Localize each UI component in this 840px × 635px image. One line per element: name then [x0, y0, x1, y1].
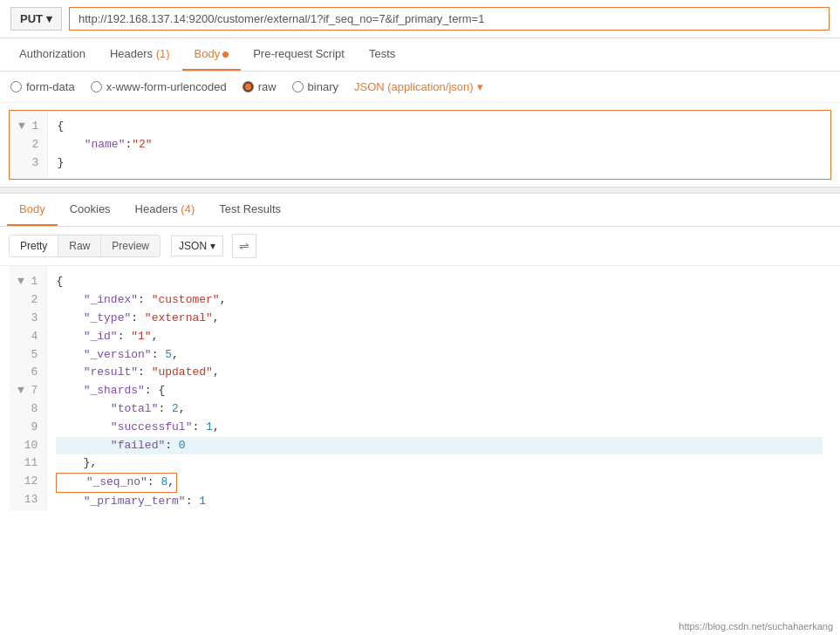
resp-code-line-8: "total": 2,: [56, 400, 823, 419]
resp-line-num-7: ▼ 7: [14, 382, 41, 400]
json-value: "2": [132, 138, 152, 151]
view-btn-pretty[interactable]: Pretty: [10, 236, 58, 256]
req-code-line-2: "name":"2": [57, 136, 822, 154]
boxed-line: "_seq_no": 8,: [56, 473, 177, 493]
resp-num: 5: [165, 348, 172, 361]
resp-code-line-2: "_index": "customer",: [56, 291, 823, 310]
json-type-label: JSON (application/json): [354, 80, 474, 93]
url-input[interactable]: [69, 7, 830, 31]
view-btn-group: PrettyRawPreview: [9, 235, 160, 257]
resp-code-line-10: "failed": 0: [56, 437, 823, 455]
radio-input-form-data[interactable]: [10, 81, 22, 92]
radio-input-x-www-form-urlencoded[interactable]: [91, 81, 102, 92]
resp-code-line-1: {: [56, 273, 823, 291]
resp-line-num-11: 11: [14, 454, 41, 473]
resp-key: "_index": [84, 293, 138, 306]
resp-code-line-6: "result": "updated",: [56, 364, 823, 382]
request-line-numbers: ▼ 123: [10, 111, 48, 179]
tab-authorization[interactable]: Authorization: [7, 38, 98, 71]
resp-line-num-6: 6: [14, 364, 41, 382]
request-tabs: AuthorizationHeaders (1)BodyPre-request …: [0, 38, 840, 72]
resp-line-num-10: 10: [14, 437, 41, 455]
resp-str: "customer": [152, 293, 220, 306]
tab-body[interactable]: Body: [182, 38, 242, 71]
radio-input-raw[interactable]: [242, 81, 254, 92]
resp-key: "failed": [111, 439, 165, 452]
response-tab-test-results[interactable]: Test Results: [207, 194, 293, 226]
resp-key: "_id": [84, 330, 118, 343]
tab-pre-request[interactable]: Pre-request Script: [241, 38, 357, 71]
method-label: PUT: [20, 12, 43, 25]
resp-num: 0: [179, 439, 186, 452]
section-divider: [0, 187, 840, 194]
request-code-editor: ▼ 123 { "name":"2"}: [9, 110, 831, 180]
resp-num: 1: [199, 495, 206, 508]
resp-code-line-4: "_id": "1",: [56, 328, 823, 346]
radio-label-binary: binary: [308, 80, 338, 93]
resp-str: "updated": [152, 365, 213, 379]
resp-key: "total": [111, 402, 159, 415]
resp-num: 1: [206, 420, 213, 434]
resp-num: 8: [160, 475, 167, 488]
resp-line-num-9: 9: [14, 419, 41, 437]
resp-key: "_shards": [84, 384, 145, 397]
json-type-chevron-icon: ▾: [477, 80, 483, 93]
format-select[interactable]: JSON ▾: [171, 236, 223, 256]
tab-tests[interactable]: Tests: [357, 38, 407, 71]
resp-key: "_version": [84, 348, 152, 361]
resp-key: "_type": [84, 311, 132, 324]
radio-label-form-data: form-data: [26, 80, 75, 93]
tab-badge-headers: (1): [153, 47, 170, 60]
radio-binary[interactable]: binary: [292, 80, 338, 93]
req-code-line-3: }: [57, 154, 822, 173]
response-tab-headers[interactable]: Headers (4): [123, 194, 208, 226]
resp-key: "result": [84, 365, 138, 379]
response-tab-body[interactable]: Body: [7, 194, 58, 226]
response-line-numbers: ▼ 123456▼ 7891011121314: [9, 266, 47, 510]
resp-code-line-7: "_shards": {: [56, 382, 823, 400]
response-code-editor: ▼ 123456▼ 7891011121314 { "_index": "cus…: [9, 266, 831, 510]
view-btn-raw[interactable]: Raw: [58, 236, 101, 256]
resp-line-num-13: 13: [14, 491, 41, 509]
resp-key: "_primary_term": [84, 495, 186, 508]
resp-code-line-12: "_seq_no": 8,: [56, 473, 823, 493]
resp-key: "successful": [111, 420, 193, 434]
response-code-content[interactable]: { "_index": "customer", "_type": "extern…: [47, 266, 831, 510]
method-dropdown-icon: ▾: [46, 12, 52, 25]
resp-code-line-5: "_version": 5,: [56, 346, 823, 365]
radio-label-x-www-form-urlencoded: x-www-form-urlencoded: [106, 80, 227, 93]
resp-line-num-3: 3: [14, 310, 41, 328]
tab-headers[interactable]: Headers (1): [98, 38, 182, 71]
format-chevron-icon: ▾: [210, 240, 215, 252]
resp-line-num-5: 5: [14, 346, 41, 365]
tab-dot-body: [222, 51, 229, 58]
response-tabs: BodyCookiesHeaders (4)Test Results: [0, 194, 840, 227]
json-key: "name": [85, 138, 126, 151]
req-code-line-1: {: [57, 118, 822, 136]
url-bar: PUT ▾: [0, 0, 840, 38]
resp-code-line-13: "_primary_term": 1: [56, 493, 823, 510]
req-line-num-3: 3: [15, 154, 42, 173]
resp-line-num-8: 8: [14, 400, 41, 419]
resp-line-num-14: 14: [14, 509, 41, 511]
response-toolbar: PrettyRawPreview JSON ▾ ⇌: [0, 227, 840, 266]
response-tab-cookies[interactable]: Cookies: [58, 194, 123, 226]
radio-x-www-form-urlencoded[interactable]: x-www-form-urlencoded: [91, 80, 227, 93]
body-type-row: form-datax-www-form-urlencodedrawbinaryJ…: [0, 72, 840, 103]
resp-tab-badge-headers: (4): [178, 202, 195, 215]
resp-num: 2: [172, 402, 179, 415]
view-btn-preview[interactable]: Preview: [101, 236, 160, 256]
radio-raw[interactable]: raw: [242, 80, 277, 93]
method-button[interactable]: PUT ▾: [10, 7, 62, 31]
resp-code-line-9: "successful": 1,: [56, 419, 823, 437]
radio-input-binary[interactable]: [292, 81, 304, 92]
request-code-content[interactable]: { "name":"2"}: [48, 111, 830, 179]
resp-code-line-11: },: [56, 454, 823, 473]
req-line-num-1: ▼ 1: [15, 118, 42, 136]
radio-form-data[interactable]: form-data: [10, 80, 75, 93]
json-type-select[interactable]: JSON (application/json) ▾: [354, 80, 483, 93]
resp-str: "external": [145, 311, 213, 324]
wrap-icon[interactable]: ⇌: [232, 234, 256, 258]
radio-label-raw: raw: [258, 80, 277, 93]
resp-line-num-2: 2: [14, 291, 41, 310]
